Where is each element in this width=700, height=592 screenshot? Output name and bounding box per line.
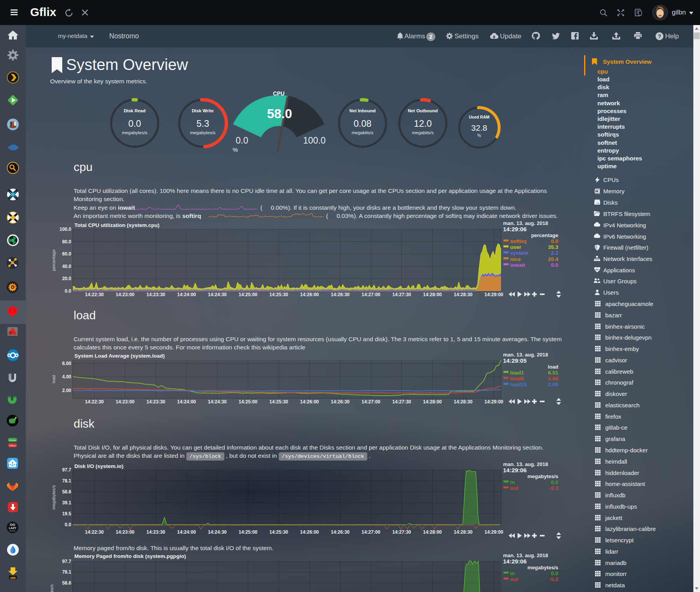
svg-text:LAZY: LAZY xyxy=(9,527,16,529)
svg-text:Offline: Offline xyxy=(9,444,16,447)
svg-text:librarian: librarian xyxy=(9,530,16,532)
svg-text:sab: sab xyxy=(10,576,16,579)
svg-text:?: ? xyxy=(658,33,661,40)
svg-text:Online: Online xyxy=(9,439,16,441)
